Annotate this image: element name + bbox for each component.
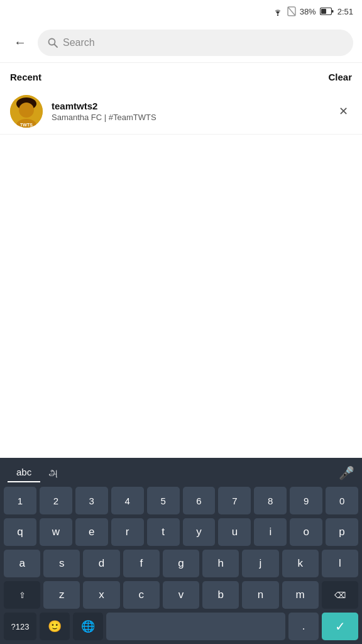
- lang-tab-tamil[interactable]: அ: [40, 464, 67, 482]
- time-text: 2:51: [337, 7, 353, 16]
- key-g[interactable]: g: [163, 550, 199, 577]
- recent-username: teamtwts2: [52, 101, 326, 111]
- key-0[interactable]: 0: [326, 487, 358, 514]
- key-k[interactable]: k: [282, 550, 319, 577]
- key-l[interactable]: l: [322, 550, 358, 577]
- key-n[interactable]: n: [242, 581, 278, 609]
- clear-button[interactable]: Clear: [328, 72, 352, 82]
- key-6[interactable]: 6: [183, 487, 216, 514]
- battery-icon: [320, 8, 334, 15]
- key-x[interactable]: x: [83, 581, 119, 609]
- key-3[interactable]: 3: [75, 487, 108, 514]
- done-key[interactable]: ✓: [322, 613, 358, 640]
- svg-rect-5: [332, 10, 334, 13]
- lang-tab-abc[interactable]: abc: [8, 463, 40, 482]
- shift-key[interactable]: ⇧: [4, 581, 40, 609]
- wifi-icon: [272, 7, 283, 16]
- no-sim-icon: [287, 6, 296, 16]
- key-2[interactable]: 2: [40, 487, 72, 514]
- key-f[interactable]: f: [123, 550, 160, 577]
- key-m[interactable]: m: [282, 581, 319, 609]
- recent-label: Recent: [10, 72, 41, 82]
- key-1[interactable]: 1: [4, 487, 36, 514]
- key-q[interactable]: q: [4, 518, 36, 546]
- key-8[interactable]: 8: [254, 487, 287, 514]
- emoji-key[interactable]: 🙂: [40, 613, 70, 640]
- back-arrow-icon: ←: [14, 35, 26, 50]
- key-4[interactable]: 4: [111, 487, 144, 514]
- key-w[interactable]: w: [40, 518, 72, 546]
- key-v[interactable]: v: [163, 581, 199, 609]
- key-o[interactable]: o: [290, 518, 322, 546]
- search-icon: [48, 38, 58, 48]
- keyboard: abc அ 🎤 1 2 3 4 5 6 7 8 9 0 q w e r t y …: [0, 458, 362, 644]
- mic-button[interactable]: 🎤: [339, 465, 354, 480]
- search-placeholder: Search: [63, 37, 95, 48]
- sym-key[interactable]: ?123: [4, 613, 36, 640]
- key-r[interactable]: r: [111, 518, 144, 546]
- number-row: 1 2 3 4 5 6 7 8 9 0: [0, 485, 362, 516]
- backspace-key[interactable]: ⌫: [322, 581, 358, 609]
- key-i[interactable]: i: [254, 518, 287, 546]
- space-key[interactable]: [106, 613, 285, 640]
- remove-recent-button[interactable]: ✕: [334, 103, 352, 120]
- search-input-container[interactable]: Search: [38, 30, 353, 56]
- keyboard-lang-row: abc அ 🎤: [0, 458, 362, 485]
- recent-info: teamtwts2 Samantha FC | #TeamTWTS: [52, 101, 326, 122]
- empty-content-area: [0, 135, 362, 348]
- key-b[interactable]: b: [202, 581, 239, 609]
- recent-bio: Samantha FC | #TeamTWTS: [52, 113, 326, 122]
- key-s[interactable]: s: [43, 550, 80, 577]
- globe-key[interactable]: 🌐: [73, 613, 103, 640]
- recent-item[interactable]: TWTS teamtwts2 Samantha FC | #TeamTWTS ✕: [0, 89, 362, 135]
- key-u[interactable]: u: [218, 518, 251, 546]
- key-a[interactable]: a: [4, 550, 40, 577]
- zxcv-row: ⇧ z x c v b n m ⌫: [0, 579, 362, 611]
- key-5[interactable]: 5: [147, 487, 180, 514]
- battery-text: 38%: [300, 7, 316, 16]
- search-bar-row: ← Search: [0, 23, 362, 63]
- key-d[interactable]: d: [83, 550, 119, 577]
- key-j[interactable]: j: [242, 550, 278, 577]
- key-p[interactable]: p: [326, 518, 358, 546]
- svg-point-0: [277, 14, 278, 16]
- key-7[interactable]: 7: [218, 487, 251, 514]
- key-t[interactable]: t: [147, 518, 180, 546]
- key-y[interactable]: y: [183, 518, 216, 546]
- keyboard-bottom-row: ?123 🙂 🌐 . ✓: [0, 611, 362, 644]
- svg-line-7: [55, 44, 58, 47]
- key-9[interactable]: 9: [290, 487, 322, 514]
- svg-point-10: [19, 103, 34, 118]
- back-button[interactable]: ←: [9, 31, 31, 54]
- avatar: TWTS: [10, 95, 43, 128]
- key-c[interactable]: c: [123, 581, 160, 609]
- svg-text:TWTS: TWTS: [20, 123, 33, 127]
- key-z[interactable]: z: [43, 581, 80, 609]
- recent-header: Recent Clear: [0, 63, 362, 89]
- svg-line-2: [288, 7, 295, 16]
- qwerty-row: q w e r t y u i o p: [0, 516, 362, 548]
- asdf-row: a s d f g h j k l: [0, 548, 362, 579]
- key-h[interactable]: h: [202, 550, 239, 577]
- svg-rect-4: [321, 9, 326, 14]
- period-key[interactable]: .: [288, 613, 319, 640]
- status-bar: 38% 2:51: [0, 0, 362, 23]
- key-e[interactable]: e: [75, 518, 108, 546]
